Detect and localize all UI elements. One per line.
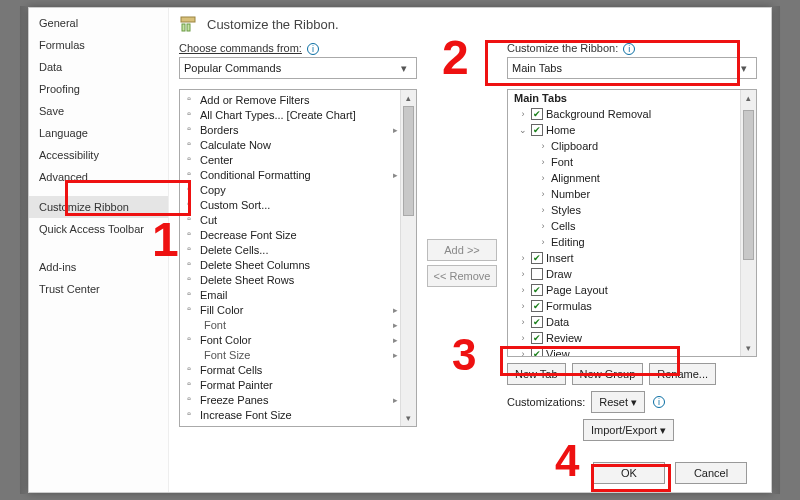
- chevron-right-icon[interactable]: ›: [518, 109, 528, 119]
- command-item[interactable]: ▫Copy: [182, 182, 400, 197]
- scroll-up-icon[interactable]: ▴: [741, 90, 756, 106]
- tree-item-font[interactable]: ›Font: [512, 154, 738, 170]
- command-item[interactable]: ▫All Chart Types... [Create Chart]: [182, 107, 400, 122]
- command-item[interactable]: ▫Cut: [182, 212, 400, 227]
- new-tab-button[interactable]: New Tab: [507, 363, 566, 385]
- scroll-down-icon[interactable]: ▾: [401, 410, 416, 426]
- sidebar-item-data[interactable]: Data: [29, 56, 168, 78]
- rename-button[interactable]: Rename...: [649, 363, 716, 385]
- sidebar-item-add-ins[interactable]: Add-ins: [29, 256, 168, 278]
- tree-item-styles[interactable]: ›Styles: [512, 202, 738, 218]
- checkbox[interactable]: [531, 268, 543, 280]
- info-icon[interactable]: i: [623, 43, 635, 55]
- tree-item-alignment[interactable]: ›Alignment: [512, 170, 738, 186]
- ribbon-scope-combo[interactable]: Main Tabs ▾: [507, 57, 757, 79]
- checkbox[interactable]: [531, 108, 543, 120]
- command-item[interactable]: Font Size▸: [182, 347, 400, 362]
- chevron-right-icon[interactable]: ›: [538, 141, 548, 151]
- command-item[interactable]: ▫Insert Function...: [182, 422, 400, 427]
- checkbox[interactable]: [531, 316, 543, 328]
- cancel-button[interactable]: Cancel: [675, 462, 747, 484]
- command-item[interactable]: ▫Add or Remove Filters: [182, 92, 400, 107]
- sidebar-item-language[interactable]: Language: [29, 122, 168, 144]
- command-item[interactable]: ▫Delete Sheet Rows: [182, 272, 400, 287]
- chevron-right-icon[interactable]: ›: [518, 333, 528, 343]
- command-item[interactable]: ▫Custom Sort...: [182, 197, 400, 212]
- tree-item-formulas[interactable]: ›Formulas: [512, 298, 738, 314]
- ok-button[interactable]: OK: [593, 462, 665, 484]
- tree-item-home[interactable]: ⌄Home: [512, 122, 738, 138]
- chevron-right-icon[interactable]: ›: [538, 157, 548, 167]
- command-item[interactable]: ▫Decrease Font Size: [182, 227, 400, 242]
- checkbox[interactable]: [531, 124, 543, 136]
- chevron-right-icon[interactable]: ›: [518, 301, 528, 311]
- command-item[interactable]: ▫Borders▸: [182, 122, 400, 137]
- command-item[interactable]: ▫Format Cells: [182, 362, 400, 377]
- sidebar-item-customize-ribbon[interactable]: Customize Ribbon: [29, 196, 168, 218]
- command-item[interactable]: ▫Increase Font Size: [182, 407, 400, 422]
- tree-item-draw[interactable]: ›Draw: [512, 266, 738, 282]
- import-export-dropdown[interactable]: Import/Export ▾: [583, 419, 674, 441]
- tree-item-cells[interactable]: ›Cells: [512, 218, 738, 234]
- chevron-right-icon[interactable]: ›: [518, 285, 528, 295]
- command-item[interactable]: ▫Fill Color▸: [182, 302, 400, 317]
- sidebar-item-save[interactable]: Save: [29, 100, 168, 122]
- tree-item-review[interactable]: ›Review: [512, 330, 738, 346]
- sidebar-item-general[interactable]: General: [29, 12, 168, 34]
- checkbox[interactable]: [531, 332, 543, 344]
- choose-commands-combo[interactable]: Popular Commands ▾: [179, 57, 417, 79]
- checkbox[interactable]: [531, 284, 543, 296]
- tree-item-page-layout[interactable]: ›Page Layout: [512, 282, 738, 298]
- command-item[interactable]: ▫Freeze Panes▸: [182, 392, 400, 407]
- sidebar-item-accessibility[interactable]: Accessibility: [29, 144, 168, 166]
- command-item[interactable]: ▫Email: [182, 287, 400, 302]
- chevron-right-icon[interactable]: ›: [538, 173, 548, 183]
- chevron-right-icon[interactable]: ›: [538, 237, 548, 247]
- sidebar-item-quick-access-toolbar[interactable]: Quick Access Toolbar: [29, 218, 168, 240]
- command-item[interactable]: ▫Format Painter: [182, 377, 400, 392]
- add-button[interactable]: Add >>: [427, 239, 497, 261]
- command-item[interactable]: ▫Center: [182, 152, 400, 167]
- tree-item-data[interactable]: ›Data: [512, 314, 738, 330]
- tree-item-view[interactable]: ›View: [512, 346, 738, 357]
- scroll-down-icon[interactable]: ▾: [741, 340, 756, 356]
- command-item[interactable]: ▫Delete Sheet Columns: [182, 257, 400, 272]
- checkbox[interactable]: [531, 300, 543, 312]
- scrollbar[interactable]: ▴ ▾: [740, 90, 756, 356]
- remove-button[interactable]: << Remove: [427, 265, 497, 287]
- commands-listbox[interactable]: ▫Add or Remove Filters▫All Chart Types..…: [179, 89, 417, 427]
- scroll-up-icon[interactable]: ▴: [401, 90, 416, 106]
- chevron-right-icon[interactable]: ›: [538, 221, 548, 231]
- tree-item-clipboard[interactable]: ›Clipboard: [512, 138, 738, 154]
- scroll-thumb[interactable]: [403, 106, 414, 216]
- scrollbar[interactable]: ▴ ▾: [400, 90, 416, 426]
- chevron-right-icon[interactable]: ›: [518, 349, 528, 357]
- checkbox[interactable]: [531, 252, 543, 264]
- sidebar-item-formulas[interactable]: Formulas: [29, 34, 168, 56]
- new-group-button[interactable]: New Group: [572, 363, 644, 385]
- chevron-right-icon[interactable]: ›: [518, 253, 528, 263]
- chevron-right-icon[interactable]: ›: [538, 205, 548, 215]
- chevron-right-icon[interactable]: ›: [538, 189, 548, 199]
- chevron-right-icon[interactable]: ›: [518, 317, 528, 327]
- chevron-right-icon[interactable]: ›: [518, 269, 528, 279]
- tree-item-number[interactable]: ›Number: [512, 186, 738, 202]
- tree-item-insert[interactable]: ›Insert: [512, 250, 738, 266]
- sidebar-item-trust-center[interactable]: Trust Center: [29, 278, 168, 300]
- sidebar-item-advanced[interactable]: Advanced: [29, 166, 168, 188]
- tree-item-background-removal[interactable]: ›Background Removal: [512, 106, 738, 122]
- checkbox[interactable]: [531, 348, 543, 357]
- sidebar-item-proofing[interactable]: Proofing: [29, 78, 168, 100]
- reset-dropdown[interactable]: Reset ▾: [591, 391, 645, 413]
- scroll-thumb[interactable]: [743, 110, 754, 260]
- info-icon[interactable]: i: [307, 43, 319, 55]
- info-icon[interactable]: i: [653, 396, 665, 408]
- command-item[interactable]: ▫Conditional Formatting▸: [182, 167, 400, 182]
- command-item[interactable]: Font▸: [182, 317, 400, 332]
- chevron-down-icon[interactable]: ⌄: [518, 125, 528, 135]
- command-item[interactable]: ▫Font Color▸: [182, 332, 400, 347]
- command-item[interactable]: ▫Calculate Now: [182, 137, 400, 152]
- ribbon-tree[interactable]: Main Tabs ▴ ▾ ›Background Removal⌄Home›C…: [507, 89, 757, 357]
- command-item[interactable]: ▫Delete Cells...: [182, 242, 400, 257]
- tree-item-editing[interactable]: ›Editing: [512, 234, 738, 250]
